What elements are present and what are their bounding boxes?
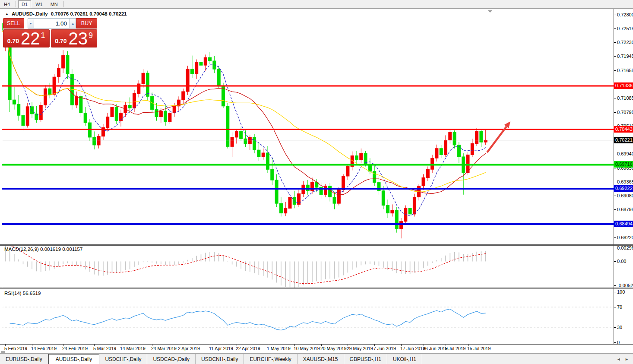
sell-button[interactable]: SELL bbox=[3, 18, 24, 28]
hline-price-label: 0.71336 bbox=[614, 82, 633, 89]
macd-axis-tick: -0.005255 bbox=[614, 282, 633, 288]
tab-usdchf-daily[interactable]: USDCHF-,Daily bbox=[99, 354, 147, 364]
macd-histogram bbox=[2, 246, 486, 288]
timeframe-button-w1[interactable]: W1 bbox=[32, 0, 46, 8]
date-tick-label: 10 May 2019 bbox=[294, 346, 320, 351]
timeframe-toolbar: H4 D1 W1 MN bbox=[0, 0, 633, 9]
scroll-to-end-icon bbox=[488, 10, 492, 13]
sell-price-button[interactable]: 0.70 22 1 bbox=[3, 29, 50, 47]
date-tick-label: 24 Mar 2019 bbox=[151, 346, 177, 351]
price-tick: 0.72800 bbox=[614, 12, 633, 18]
sell-price-point: 1 bbox=[41, 31, 45, 40]
price-tick: 0.71655 bbox=[614, 67, 633, 73]
price-tick: 0.68795 bbox=[614, 206, 633, 212]
date-tick-label: 14 Feb 2019 bbox=[31, 346, 57, 351]
timeframe-button-d1[interactable]: D1 bbox=[18, 0, 31, 8]
hline-price-label: 0.69222 bbox=[614, 185, 633, 192]
trade-controls-row: SELL ▼ ▲ BUY bbox=[3, 18, 97, 28]
tab-xauusd-m15[interactable]: XAUUSD-,M15 bbox=[298, 354, 344, 364]
buy-button[interactable]: BUY bbox=[76, 18, 97, 28]
date-tick-label: 7 Jun 2019 bbox=[373, 346, 396, 351]
date-tick-label: 29 May 2019 bbox=[347, 346, 373, 351]
sell-price-pips: 22 bbox=[21, 30, 40, 47]
date-tick-label: 14 Mar 2019 bbox=[120, 346, 146, 351]
date-tick-label: 1 May 2019 bbox=[267, 346, 291, 351]
tab-scroll-left-icon[interactable]: ◄ bbox=[617, 357, 620, 361]
chart-symbol-label: AUDUSD-,Daily bbox=[12, 11, 48, 16]
chart-ohlc-values: 0.70076 0.70261 0.70048 0.70221 bbox=[51, 11, 127, 16]
chart-title: ▲ AUDUSD-,Daily 0.70076 0.70261 0.70048 … bbox=[5, 11, 127, 16]
hline-price-label: 0.70443 bbox=[614, 126, 633, 133]
toolbar-separator bbox=[16, 1, 16, 7]
macd-name: MACD(12,26,9) bbox=[4, 247, 39, 252]
price-tick: 0.71945 bbox=[614, 53, 633, 59]
buy-price-point: 9 bbox=[89, 31, 93, 40]
date-tick-label: 5 Feb 2019 bbox=[4, 346, 27, 351]
rsi-axis-tick: 100 bbox=[614, 289, 625, 295]
date-tick-label: 11 Apr 2019 bbox=[209, 346, 233, 351]
date-tick-label: 22 Apr 2019 bbox=[236, 346, 260, 351]
sell-price-prefix: 0.70 bbox=[7, 38, 19, 44]
rsi-value: 56.6519 bbox=[23, 291, 41, 296]
macd-values: 0.001619 0.001157 bbox=[40, 247, 82, 252]
price-tick: 0.68220 bbox=[614, 234, 633, 241]
volume-increment-button[interactable]: ▲ bbox=[70, 18, 76, 28]
date-tick-label: 15 Jul 2019 bbox=[467, 346, 491, 351]
tab-gbpusd-h1[interactable]: GBPUSD-,H1 bbox=[344, 354, 387, 364]
rsi-axis-tick: 0 bbox=[614, 339, 620, 345]
horizontal-lines-layer bbox=[2, 86, 614, 224]
timeframe-button-mn[interactable]: MN bbox=[47, 0, 61, 8]
date-tick-label: 24 Feb 2019 bbox=[62, 346, 88, 351]
tab-eurusd-daily[interactable]: EURUSD-,Daily bbox=[0, 354, 48, 364]
symbol-tabbar: EURUSD-,Daily AUDUSD-,Daily USDCHF-,Dail… bbox=[0, 354, 633, 364]
trading-platform-window: H4 D1 W1 MN ▲ AUDUSD-,Daily 0.70076 0.70… bbox=[0, 0, 633, 364]
macd-label: MACD(12,26,9) 0.001619 0.001157 bbox=[4, 247, 82, 252]
date-tick-label: 17 Jun 2019 bbox=[400, 346, 425, 351]
volume-decrement-button[interactable]: ▼ bbox=[28, 18, 34, 28]
date-tick-label: 5 Mar 2019 bbox=[93, 346, 116, 351]
buy-price-pips: 23 bbox=[69, 30, 88, 47]
rsi-axis-tick: 30 bbox=[614, 324, 622, 330]
macd-axis-tick: 0.002962 bbox=[614, 245, 633, 251]
macd-indicator-canvas bbox=[2, 246, 614, 288]
timeframe-button-h4[interactable]: H4 bbox=[0, 0, 13, 8]
tab-usdcad-daily[interactable]: USDCAD-,Daily bbox=[147, 354, 196, 364]
rsi-label: RSI(14) 56.6519 bbox=[4, 291, 41, 296]
price-tick: 0.69365 bbox=[614, 179, 633, 185]
tab-scroll-right-icon[interactable]: ► bbox=[625, 357, 629, 361]
tab-eurchf-weekly[interactable]: EURCHF-,Weekly bbox=[244, 354, 297, 364]
trend-arrow-annotation[interactable] bbox=[487, 121, 510, 152]
rsi-name: RSI(14) bbox=[4, 291, 22, 296]
panel-separator bbox=[0, 344, 633, 345]
tab-scroll-arrows: ◄ ► bbox=[617, 354, 633, 364]
date-tick-label: 5 Jul 2019 bbox=[445, 346, 465, 351]
macd-axis-tick: 0.00 bbox=[614, 258, 626, 264]
hline-price-label: 0.68494 bbox=[614, 221, 633, 227]
toolbar-separator bbox=[63, 1, 64, 7]
buy-price-button[interactable]: 0.70 23 9 bbox=[51, 29, 98, 47]
tab-usdcnh-daily[interactable]: USDCNH-,Daily bbox=[196, 354, 244, 364]
volume-input[interactable] bbox=[34, 18, 70, 28]
rsi-axis-tick: 70 bbox=[614, 304, 622, 310]
date-tick-label: 20 May 2019 bbox=[320, 346, 347, 351]
price-tick: 0.72230 bbox=[614, 39, 633, 45]
tabbar-separator bbox=[0, 353, 633, 354]
collapse-quotes-icon[interactable]: ▲ bbox=[5, 12, 9, 16]
date-tick-label: 26 Jun 2019 bbox=[423, 346, 448, 351]
one-click-trading-panel: SELL ▼ ▲ BUY 0.70 22 1 0.70 23 9 bbox=[3, 18, 97, 47]
hline-price-label: 0.69716 bbox=[614, 161, 633, 168]
price-tick: 0.70795 bbox=[614, 109, 633, 115]
buy-price-prefix: 0.70 bbox=[55, 38, 66, 44]
price-tick: 0.69080 bbox=[614, 193, 633, 199]
rsi-indicator-canvas bbox=[2, 289, 614, 344]
horizontal-scrollbar-thumb[interactable] bbox=[1, 351, 5, 353]
tab-ukoil-h1[interactable]: UKOil-,H1 bbox=[387, 354, 422, 364]
trade-prices-row: 0.70 22 1 0.70 23 9 bbox=[3, 29, 97, 47]
date-tick-label: 2 Apr 2019 bbox=[178, 346, 200, 351]
price-tick: 0.72515 bbox=[614, 25, 633, 32]
rsi-line bbox=[10, 309, 486, 330]
price-tick: 0.69940 bbox=[614, 151, 633, 157]
price-tick: 0.71085 bbox=[614, 95, 633, 101]
tab-audusd-daily[interactable]: AUDUSD-,Daily bbox=[48, 354, 100, 364]
current-price-label: 0.70221 bbox=[614, 137, 633, 143]
